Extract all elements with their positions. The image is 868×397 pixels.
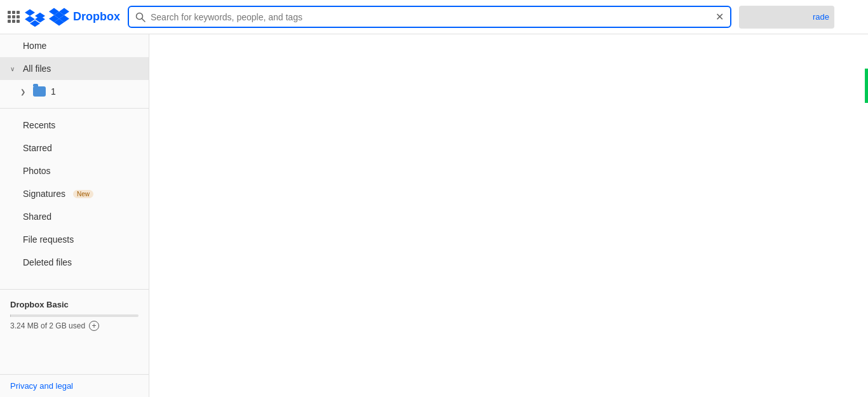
- sidebar-item-shared[interactable]: Shared: [0, 205, 149, 228]
- grid-menu-icon[interactable]: [8, 11, 20, 23]
- folder-name: 1: [51, 86, 56, 97]
- dropbox-logo-text: Dropbox: [73, 10, 120, 24]
- recents-label: Recents: [23, 120, 55, 130]
- file-requests-label: File requests: [23, 234, 74, 245]
- sidebar-item-starred[interactable]: Starred: [0, 137, 149, 159]
- sidebar-storage: Dropbox Basic 3.24 MB of 2 GB used +: [0, 289, 149, 341]
- storage-title: Dropbox Basic: [10, 300, 139, 309]
- sidebar-item-recents[interactable]: Recents: [0, 114, 149, 137]
- search-bar[interactable]: ✕: [128, 6, 731, 28]
- photos-label: Photos: [23, 166, 51, 176]
- all-files-chevron: ∨: [10, 65, 18, 72]
- home-label: Home: [23, 41, 46, 51]
- svg-line-7: [142, 18, 146, 22]
- sidebar-item-signatures[interactable]: Signatures New: [0, 182, 149, 205]
- search-icon: [135, 12, 146, 22]
- green-accent-bar: [865, 69, 868, 103]
- sidebar-scroll[interactable]: Home ∨ All files ❯ 1 Recents Starred: [0, 34, 149, 374]
- header-right-text: rade: [813, 12, 829, 22]
- signatures-new-badge: New: [73, 190, 93, 198]
- storage-info: 3.24 MB of 2 GB used +: [10, 321, 139, 331]
- sidebar-item-home[interactable]: Home: [0, 34, 149, 57]
- storage-bar-background: [10, 314, 139, 317]
- dropbox-logo[interactable]: Dropbox: [25, 7, 120, 27]
- sidebar-divider-1: [0, 108, 149, 109]
- sidebar-item-all-files[interactable]: ∨ All files: [0, 57, 149, 80]
- sidebar-item-folder-1[interactable]: ❯ 1: [0, 80, 149, 103]
- sidebar: Home ∨ All files ❯ 1 Recents Starred: [0, 34, 149, 397]
- folder-chevron: ❯: [20, 88, 28, 95]
- header: Dropbox ✕ rade: [0, 0, 868, 34]
- main-content: [149, 34, 868, 397]
- starred-label: Starred: [23, 143, 52, 153]
- dropbox-logo-icon: [25, 7, 45, 27]
- sidebar-item-file-requests[interactable]: File requests: [0, 228, 149, 251]
- search-input[interactable]: [151, 12, 715, 22]
- shared-label: Shared: [23, 212, 51, 222]
- sidebar-item-photos[interactable]: Photos: [0, 159, 149, 182]
- main-layout: Home ∨ All files ❯ 1 Recents Starred: [0, 34, 868, 397]
- header-left: Dropbox: [8, 7, 120, 27]
- header-right-area: rade: [739, 6, 834, 29]
- sidebar-privacy-link[interactable]: Privacy and legal: [0, 374, 149, 397]
- deleted-files-label: Deleted files: [23, 257, 72, 267]
- search-clear-icon[interactable]: ✕: [715, 11, 724, 23]
- dropbox-icon-svg: [49, 7, 69, 27]
- storage-info-text: 3.24 MB of 2 GB used: [10, 321, 85, 330]
- all-files-label: All files: [23, 64, 51, 74]
- signatures-label: Signatures: [23, 189, 65, 199]
- folder-icon: [33, 86, 46, 97]
- storage-plus-button[interactable]: +: [89, 321, 99, 331]
- sidebar-item-deleted-files[interactable]: Deleted files: [0, 251, 149, 274]
